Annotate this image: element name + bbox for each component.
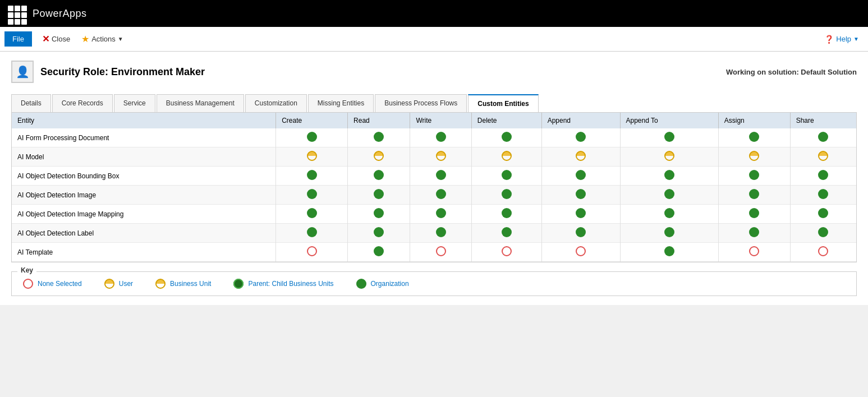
perm-cell[interactable] [620,205,718,224]
perm-cell[interactable] [276,224,348,243]
perm-cell[interactable] [276,128,348,147]
perm-cell[interactable] [620,167,718,186]
perm-cell[interactable] [718,147,790,167]
permissions-table: Entity Create Read Write Delete Append A… [12,113,856,262]
actions-button[interactable]: ★ Actions ▼ [77,31,128,47]
perm-cell[interactable] [348,186,410,205]
perm-cell[interactable] [790,205,856,224]
tab-custom-entities[interactable]: Custom Entities [468,94,538,112]
perm-cell[interactable] [718,205,790,224]
key-org: Organization [356,279,409,289]
perm-cell[interactable] [620,186,718,205]
perm-cell[interactable] [348,243,410,262]
perm-cell[interactable] [276,243,348,262]
perm-cell[interactable] [471,186,541,205]
perm-cell[interactable] [410,205,471,224]
key-user-label: User [119,280,133,288]
perm-cell[interactable] [718,167,790,186]
perm-cell[interactable] [718,243,790,262]
perm-cell[interactable] [471,167,541,186]
perm-cell[interactable] [718,128,790,147]
table-row: AI Form Processing Document [12,128,856,147]
perm-cell[interactable] [790,147,856,167]
perm-cell[interactable] [718,224,790,243]
entity-name: AI Object Detection Image [12,186,276,205]
perm-cell[interactable] [471,147,541,167]
perm-cell[interactable] [410,186,471,205]
org-perm-icon [818,170,828,180]
perm-cell[interactable] [790,128,856,147]
tabs-container: Details Core Records Service Business Ma… [11,94,857,113]
perm-cell[interactable] [276,205,348,224]
user-perm-icon [664,151,674,161]
org-perm-icon [307,132,317,142]
tab-service[interactable]: Service [114,94,155,112]
perm-cell[interactable] [790,167,856,186]
perm-cell[interactable] [790,186,856,205]
close-button[interactable]: ✕ Close [38,31,75,47]
business-unit-perm-icon [155,279,166,289]
none-selected-icon [436,246,446,256]
perm-cell[interactable] [348,224,410,243]
key-user: User [104,279,133,289]
perm-cell[interactable] [541,205,620,224]
help-button[interactable]: ❓ Help ▼ [820,33,864,46]
waffle-icon[interactable] [6,3,26,24]
parent-perm-icon [233,279,244,289]
table-container[interactable]: Entity Create Read Write Delete Append A… [11,113,857,262]
perm-cell[interactable] [541,167,620,186]
key-parent: Parent: Child Business Units [233,279,333,289]
perm-cell[interactable] [541,224,620,243]
perm-cell[interactable] [276,167,348,186]
perm-cell[interactable] [410,128,471,147]
perm-cell[interactable] [541,186,620,205]
perm-cell[interactable] [790,243,856,262]
perm-cell[interactable] [471,224,541,243]
key-business-unit: Business Unit [155,279,211,289]
perm-cell[interactable] [541,128,620,147]
col-append-to: Append To [620,113,718,128]
entity-name: AI Template [12,243,276,262]
perm-cell[interactable] [410,224,471,243]
tab-details[interactable]: Details [11,94,51,112]
org-perm-icon [576,170,586,180]
perm-cell[interactable] [348,147,410,167]
file-button[interactable]: File [4,31,32,47]
key-section: Key None Selected User Business Unit Par… [11,271,857,296]
perm-cell[interactable] [471,128,541,147]
tab-core-records[interactable]: Core Records [52,94,113,112]
perm-cell[interactable] [276,186,348,205]
org-perm-icon [818,132,828,142]
org-perm-icon [436,208,446,218]
perm-cell[interactable] [541,243,620,262]
perm-cell[interactable] [471,243,541,262]
perm-cell[interactable] [348,205,410,224]
tab-business-management[interactable]: Business Management [157,94,244,112]
perm-cell[interactable] [620,147,718,167]
tab-customization[interactable]: Customization [245,94,307,112]
perm-cell[interactable] [620,128,718,147]
perm-cell[interactable] [410,167,471,186]
perm-cell[interactable] [348,167,410,186]
perm-cell[interactable] [410,243,471,262]
perm-cell[interactable] [410,147,471,167]
perm-cell[interactable] [620,224,718,243]
perm-cell[interactable] [348,128,410,147]
col-append: Append [541,113,620,128]
actions-dropdown-arrow: ▼ [118,36,123,42]
user-perm-icon [104,279,114,289]
top-bar: PowerApps [0,0,868,27]
org-perm-icon [818,189,828,199]
org-perm-icon [307,208,317,218]
perm-cell[interactable] [276,147,348,167]
perm-cell[interactable] [471,205,541,224]
perm-cell[interactable] [541,147,620,167]
perm-cell[interactable] [718,186,790,205]
tab-missing-entities[interactable]: Missing Entities [308,94,374,112]
actions-star-icon: ★ [81,34,89,44]
org-perm-icon [502,227,512,237]
tab-business-process-flows[interactable]: Business Process Flows [375,94,467,112]
user-perm-icon [749,151,759,161]
perm-cell[interactable] [790,224,856,243]
perm-cell[interactable] [620,243,718,262]
